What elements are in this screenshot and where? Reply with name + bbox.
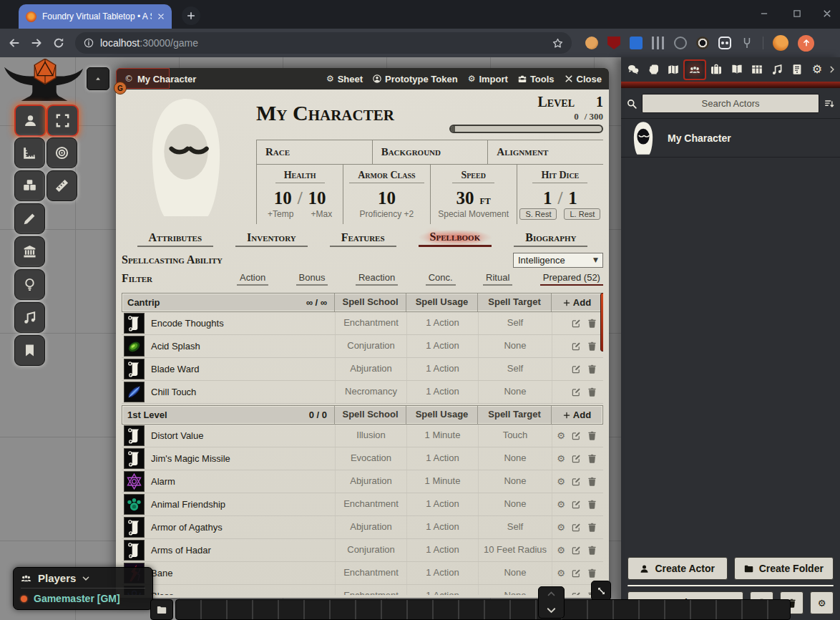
spell-paw-icon[interactable] — [124, 494, 145, 515]
hd-current[interactable]: 1 — [543, 188, 552, 208]
filter-action[interactable]: Action — [237, 272, 268, 286]
background-field[interactable]: Background — [373, 140, 489, 164]
tool-ruler-tool[interactable] — [47, 170, 77, 201]
spell-name[interactable]: Encode Thoughts — [151, 318, 224, 329]
tab-inventory[interactable]: Inventory — [235, 231, 308, 247]
close-button[interactable]: Close — [565, 74, 602, 84]
sidebar-tab-settings[interactable]: ⚙ — [807, 59, 827, 80]
sidebar-tab-tables[interactable] — [747, 59, 767, 80]
sort-actors-icon[interactable] — [824, 99, 834, 109]
tool-wall-controls[interactable] — [14, 236, 45, 267]
character-portrait[interactable] — [122, 92, 250, 223]
tab-close-icon[interactable] — [157, 13, 165, 20]
section-slots[interactable]: ∞ / ∞ — [306, 297, 327, 308]
browser-update-icon[interactable] — [798, 35, 814, 52]
gear-spell-icon[interactable]: ⚙ — [557, 454, 565, 463]
spell-row[interactable]: Jim's Magic MissileEvocation1 ActionNone… — [122, 447, 603, 470]
column-header[interactable]: Spell Target — [477, 406, 551, 424]
forward-button[interactable] — [31, 37, 42, 49]
sidebar-tab-items[interactable] — [706, 59, 726, 80]
edit-spell-icon[interactable] — [572, 454, 581, 463]
tool-token-controls[interactable] — [14, 105, 47, 137]
scrollbar-thumb[interactable] — [600, 293, 603, 352]
window-resize-handle[interactable] — [591, 581, 611, 601]
hp-max[interactable]: 10 — [308, 188, 326, 208]
tab-attributes[interactable]: Attributes — [137, 231, 214, 247]
spell-row[interactable]: Distort ValueIllusion1 MinuteTouch⚙ — [122, 425, 603, 447]
spell-scroll-icon[interactable] — [124, 448, 145, 469]
dark-reader-extension-icon[interactable] — [674, 37, 687, 49]
alignment-field[interactable]: Alignment — [488, 140, 603, 164]
profile-avatar[interactable] — [773, 35, 788, 51]
corner-badge[interactable]: G — [114, 82, 127, 95]
edit-spell-icon[interactable] — [572, 342, 581, 351]
gear-spell-icon[interactable]: ⚙ — [557, 523, 565, 532]
tools-button[interactable]: Tools — [518, 74, 555, 84]
tool-lighting-controls[interactable] — [14, 269, 45, 300]
search-actors-input[interactable] — [642, 94, 819, 113]
xp-value[interactable]: 0 — [574, 111, 579, 122]
delete-spell-icon[interactable] — [587, 364, 597, 374]
level-value[interactable]: 1 — [596, 94, 603, 110]
column-header[interactable]: Spell School — [334, 294, 406, 311]
spell-name[interactable]: Bane — [151, 568, 172, 578]
bookmark-star-icon[interactable] — [552, 38, 563, 49]
spell-name[interactable]: Arms of Hadar — [151, 545, 211, 556]
tab-spellbook[interactable]: Spellbook — [419, 230, 492, 247]
sidebar-tab-combat[interactable] — [643, 59, 663, 80]
tool-drawing-tools[interactable] — [14, 203, 45, 234]
sheet-button[interactable]: ⚙Sheet — [326, 74, 363, 84]
tool-note-controls[interactable] — [14, 335, 45, 366]
spellcasting-ability-select[interactable]: Intelligence ▼ — [513, 253, 603, 268]
spell-name[interactable]: Blade Ward — [151, 364, 199, 374]
hotbar-page-control[interactable] — [538, 586, 565, 619]
filter-ritual[interactable]: Ritual — [483, 272, 512, 286]
spell-name[interactable]: Armor of Agathys — [151, 522, 223, 533]
delete-spell-icon[interactable] — [587, 387, 597, 397]
settings-button[interactable]: ⚙ — [810, 591, 834, 614]
hp-tempmax-link[interactable]: +Max — [311, 209, 332, 219]
filter-bonus[interactable]: Bonus — [296, 272, 328, 286]
tool-target-tool[interactable] — [47, 137, 77, 168]
macro-folder-button[interactable] — [150, 599, 173, 620]
camera-extension-icon[interactable] — [696, 37, 709, 49]
gear-spell-icon[interactable]: ⚙ — [557, 568, 565, 578]
spell-feather-icon[interactable] — [124, 382, 145, 402]
window-close-button[interactable] — [823, 9, 831, 18]
spell-row[interactable]: Blade WardAbjuration1 ActionSelf — [122, 358, 603, 381]
spell-row[interactable]: BaneEnchantment1 ActionNone⚙ — [122, 562, 603, 585]
character-name[interactable]: My Character — [256, 92, 449, 140]
edit-spell-icon[interactable] — [572, 568, 581, 578]
tab-features[interactable]: Features — [330, 231, 396, 247]
macro-hotbar[interactable] — [175, 599, 791, 620]
spell-name[interactable]: Jim's Magic Missile — [151, 453, 230, 464]
edit-spell-icon[interactable] — [572, 477, 581, 486]
sidebar-collapse-button[interactable] — [827, 66, 838, 73]
browser-tab[interactable]: Foundry Virtual Tabletop • A Stan — [19, 4, 172, 29]
spell-acid-icon[interactable] — [124, 336, 145, 357]
scene-nav-collapse-button[interactable] — [87, 67, 109, 90]
spell-scroll-icon[interactable] — [124, 425, 145, 446]
delete-spell-icon[interactable] — [587, 319, 597, 328]
gear-spell-icon[interactable]: ⚙ — [557, 431, 565, 440]
ac-value[interactable]: 10 — [378, 188, 396, 208]
sliders-extension-icon[interactable] — [652, 37, 665, 49]
window-minimize-button[interactable] — [760, 9, 768, 18]
gear-spell-icon[interactable]: ⚙ — [557, 546, 565, 555]
import-button[interactable]: ⚙Import — [468, 74, 508, 84]
delete-spell-icon[interactable] — [587, 342, 597, 351]
delete-spell-icon[interactable] — [587, 477, 597, 486]
new-tab-button[interactable] — [182, 6, 200, 25]
players-header[interactable]: Players — [21, 571, 145, 588]
window-maximize-button[interactable] — [793, 9, 801, 18]
address-bar[interactable]: localhost:30000/game — [75, 32, 572, 54]
speed-value[interactable]: 30 — [456, 188, 474, 208]
edit-spell-icon[interactable] — [572, 591, 581, 595]
race-field[interactable]: Race — [257, 140, 373, 164]
spell-row[interactable]: Armor of AgathysAbjuration1 ActionSelf⚙ — [122, 516, 603, 539]
window-header[interactable]: G © My Character ⚙SheetPrototype Token⚙I… — [116, 68, 609, 89]
tool-tile-controls[interactable] — [14, 170, 45, 201]
reload-button[interactable] — [53, 37, 64, 49]
tool-select-tool[interactable] — [47, 105, 79, 137]
filter-prepared-52-[interactable]: Prepared (52) — [540, 272, 603, 286]
